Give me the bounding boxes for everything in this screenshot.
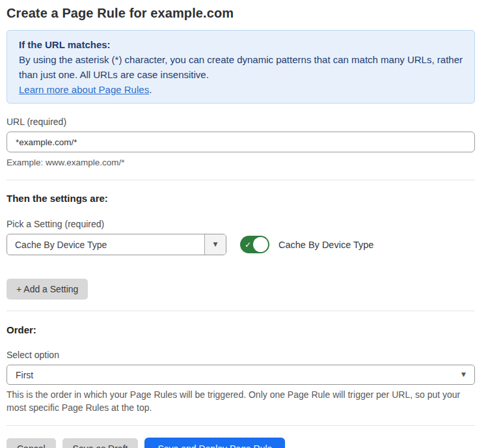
save-draft-button[interactable]: Save as Draft: [62, 438, 139, 448]
url-input[interactable]: [7, 132, 475, 152]
footer-actions: Cancel Save as Draft Save and Deploy Pag…: [7, 438, 475, 448]
setting-select-value[interactable]: Cache By Device Type: [7, 234, 204, 255]
add-setting-button[interactable]: + Add a Setting: [7, 279, 88, 300]
cache-by-device-toggle[interactable]: ✓: [240, 236, 269, 253]
checkmark-icon: ✓: [245, 241, 251, 249]
setting-select[interactable]: Cache By Device Type ▼: [7, 234, 226, 255]
section-divider: [7, 180, 475, 180]
page-rule-form: Create a Page Rule for example.com If th…: [0, 0, 488, 448]
save-deploy-button[interactable]: Save and Deploy Page Rule: [144, 438, 285, 448]
setting-select-arrow-button[interactable]: ▼: [204, 234, 226, 255]
setting-row: Cache By Device Type ▼ ✓ Cache By Device…: [7, 234, 475, 255]
order-heading: Order:: [7, 324, 475, 335]
order-select-value: First: [16, 370, 33, 380]
order-helper-text: This is the order in which your Page Rul…: [7, 388, 471, 414]
footer-divider: [7, 425, 475, 426]
section-divider: [7, 311, 475, 311]
settings-heading: Then the settings are:: [7, 193, 475, 204]
link-period: .: [149, 84, 152, 95]
url-label: URL (required): [7, 117, 475, 127]
cancel-button[interactable]: Cancel: [7, 438, 56, 448]
dropdown-arrow-icon: ▼: [461, 372, 466, 378]
dropdown-arrow-icon: ▼: [213, 242, 218, 247]
toggle-label: Cache By Device Type: [278, 240, 373, 250]
order-select-label: Select option: [7, 350, 475, 360]
pick-setting-label: Pick a Setting (required): [7, 219, 475, 229]
learn-more-link[interactable]: Learn more about Page Rules: [19, 84, 149, 95]
page-title: Create a Page Rule for example.com: [7, 6, 475, 20]
order-select[interactable]: First ▼: [7, 365, 475, 385]
info-box-link-line: Learn more about Page Rules.: [19, 82, 463, 97]
info-box-heading: If the URL matches:: [19, 37, 463, 52]
url-example-helper: Example: www.example.com/*: [7, 157, 475, 169]
toggle-knob: [253, 237, 268, 252]
url-match-info-box: If the URL matches: By using the asteris…: [7, 30, 475, 104]
info-box-body: By using the asterisk (*) character, you…: [19, 52, 463, 82]
